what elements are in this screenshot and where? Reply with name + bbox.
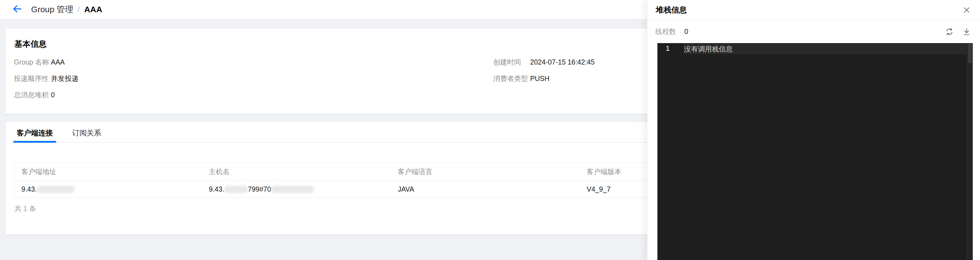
arrow-left-icon <box>12 3 22 15</box>
field-label: 消费者类型 <box>493 74 530 83</box>
back-button[interactable] <box>11 3 23 16</box>
redacted-text <box>271 186 314 193</box>
hostname-prefix: 9.43. <box>209 185 224 193</box>
thread-count-label: 线程数 <box>655 27 676 36</box>
field-delivery-order: 投递顺序性 并发投递 <box>14 74 79 83</box>
line-number: 1 <box>657 45 678 53</box>
refresh-icon <box>945 27 954 37</box>
active-tab-underline <box>13 141 56 143</box>
drawer-title: 堆栈信息 <box>656 5 687 15</box>
tabs-divider <box>13 142 656 143</box>
editor-scrollbar[interactable] <box>967 43 973 260</box>
field-label: 创建时间 <box>493 58 530 66</box>
cell-client-address: 9.43. <box>14 181 202 198</box>
breadcrumb-separator: / <box>78 5 80 14</box>
client-address-prefix: 9.43. <box>21 185 37 193</box>
stack-info-drawer: 堆栈信息 线程数 0 <box>647 0 980 260</box>
column-header-client-language: 客户端语言 <box>391 163 580 181</box>
field-total-backlog: 总消息堆积 0 <box>14 91 55 99</box>
cell-hostname: 9.43.799#70 <box>202 181 391 198</box>
basic-info-title: 基本信息 <box>14 39 47 50</box>
hostname-mid: 799#70 <box>248 185 271 193</box>
redacted-text <box>37 186 75 193</box>
redacted-text <box>224 186 248 193</box>
cell-client-language: JAVA <box>391 181 580 198</box>
breadcrumb-current-group: AAA <box>84 5 102 14</box>
column-header-hostname: 主机名 <box>202 163 391 181</box>
field-label: 投递顺序性 <box>14 74 51 83</box>
field-value: PUSH <box>530 74 549 83</box>
toolbar-icons <box>944 26 972 37</box>
tabs: 客户端连接 订阅关系 <box>13 128 105 142</box>
field-value: 并发投递 <box>51 74 79 83</box>
column-header-client-address: 客户端地址 <box>14 163 202 181</box>
clients-card: 客户端连接 订阅关系 客户端地址 主机名 客户端语言 客户端版本 <box>6 122 656 234</box>
refresh-button[interactable] <box>944 26 955 37</box>
download-button[interactable] <box>961 26 972 37</box>
field-value: 2024-07-15 16:42:45 <box>530 58 595 66</box>
basic-info-card: 基本信息 Group 名称 AAA 创建时间 2024-07-15 16:42:… <box>6 29 656 114</box>
close-button[interactable] <box>961 5 972 16</box>
thread-count-value: 0 <box>684 27 688 36</box>
tab-label: 订阅关系 <box>72 129 101 137</box>
drawer-toolbar: 线程数 0 <box>648 20 980 43</box>
field-group-name: Group 名称 AAA <box>14 58 65 66</box>
tab-label: 客户端连接 <box>17 129 53 137</box>
breadcrumb-group-manage[interactable]: Group 管理 <box>31 4 73 15</box>
close-icon <box>963 6 971 14</box>
tab-subscriptions[interactable]: 订阅关系 <box>69 128 105 142</box>
field-consumer-type: 消费者类型 PUSH <box>493 74 549 83</box>
download-icon <box>962 27 971 36</box>
editor-scrollbar-thumb[interactable] <box>968 44 972 63</box>
field-value: 0 <box>51 91 55 99</box>
table-total-count: 共 1 条 <box>14 204 36 213</box>
field-create-time: 创建时间 2024-07-15 16:42:45 <box>493 58 595 66</box>
tab-client-connections[interactable]: 客户端连接 <box>13 128 56 142</box>
stack-trace-message: 没有调用栈信息 <box>684 45 733 54</box>
stack-trace-editor[interactable]: 1 没有调用栈信息 <box>657 43 973 260</box>
field-label: Group 名称 <box>14 58 51 66</box>
topbar: Group 管理 / AAA <box>0 0 647 19</box>
page: Group 管理 / AAA 基本信息 Group 名称 AAA 创建时间 20… <box>0 0 980 260</box>
field-label: 总消息堆积 <box>14 91 51 99</box>
drawer-header: 堆栈信息 <box>648 0 980 20</box>
breadcrumb: Group 管理 / AAA <box>31 4 102 15</box>
field-value: AAA <box>51 58 65 66</box>
